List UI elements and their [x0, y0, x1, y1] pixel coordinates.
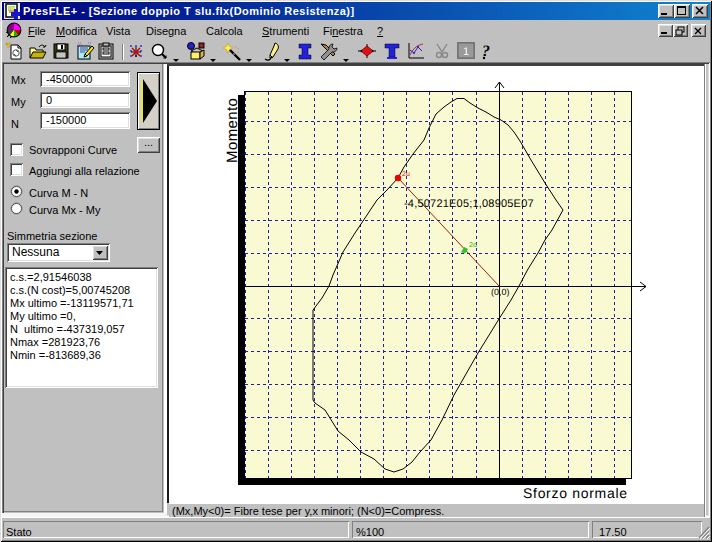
svg-text:1: 1 [463, 46, 469, 58]
svg-text:Momento: Momento [224, 98, 241, 163]
svg-text:2d: 2d [469, 241, 477, 249]
svg-text:(0,0): (0,0) [491, 287, 510, 297]
svg-text:2u: 2u [402, 171, 410, 178]
svg-text:-4,50721E05;1,08905E07: -4,50721E05;1,08905E07 [404, 198, 534, 210]
svg-text:Sforzo normale: Sforzo normale [523, 485, 628, 501]
